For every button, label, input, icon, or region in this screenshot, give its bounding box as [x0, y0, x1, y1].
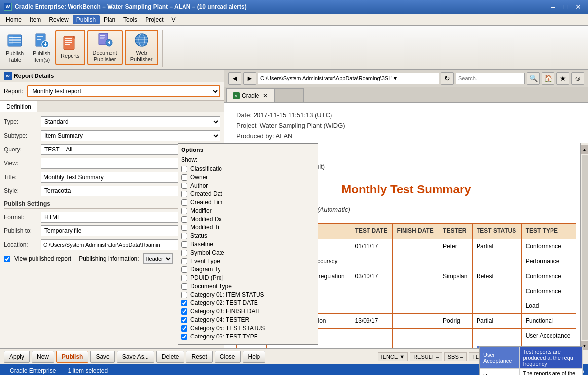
new-button[interactable]: New [32, 351, 54, 363]
options-checkbox[interactable] [181, 183, 187, 189]
smiley-icon[interactable]: ☺ [571, 72, 584, 85]
menu-tools[interactable]: Tools [119, 15, 141, 24]
forward-button[interactable]: ► [243, 72, 256, 85]
options-panel: Options Show: ClassificatioOwnerAuthorCr… [178, 143, 318, 345]
browser-tab-close[interactable]: ✕ [263, 92, 268, 99]
menu-publish[interactable]: Publish [73, 15, 100, 24]
table-header-cell: TESTER [439, 223, 473, 239]
options-label: Document Type [190, 283, 232, 290]
refresh-button[interactable]: ↻ [441, 72, 454, 85]
options-checkbox[interactable] [181, 308, 187, 315]
meta-line: Date: 2017-11-15 11:51:13 (UTC) [236, 111, 576, 121]
form-select-subtype[interactable]: Item Summary [41, 130, 220, 141]
table-cell [439, 254, 473, 269]
options-checkbox[interactable] [181, 300, 187, 306]
save-button[interactable]: Save [90, 351, 114, 363]
publish-table-button[interactable]: PublishTable [2, 31, 28, 65]
main-area: W Report Details Report: Monthly test re… [0, 70, 588, 348]
options-checkbox[interactable] [181, 233, 187, 239]
options-checkbox[interactable] [181, 166, 187, 172]
scroll-thumb[interactable] [582, 155, 588, 340]
options-item: Author [181, 182, 315, 189]
browser-search-input[interactable] [456, 73, 525, 84]
title-bar-controls[interactable]: – □ ✕ [549, 3, 584, 11]
options-checkbox[interactable] [181, 317, 187, 323]
svg-rect-22 [100, 38, 104, 39]
options-checkbox[interactable] [181, 241, 187, 248]
menu-more[interactable]: V [167, 15, 179, 24]
form-select-type[interactable]: Standard [41, 116, 220, 127]
menu-home[interactable]: Home [2, 15, 26, 24]
result-tag[interactable]: RESULT – [410, 352, 442, 361]
web-publisher-button[interactable]: WebPublisher [127, 32, 156, 63]
publish-item-button[interactable]: PublishItem(s) [29, 31, 54, 65]
table-cell [351, 254, 393, 269]
options-checkbox[interactable] [181, 191, 187, 197]
options-checkbox[interactable] [181, 208, 187, 214]
meta-line: Project: Water Sampling Plant (WIDG) [236, 121, 576, 131]
options-checkbox[interactable] [181, 266, 187, 273]
search-icon[interactable]: 🔍 [527, 72, 540, 85]
report-selector: Report: Monthly test report [0, 82, 224, 101]
view-published-checkbox[interactable] [4, 256, 10, 262]
options-label: Classificatio [190, 165, 222, 172]
minimize-button[interactable]: – [549, 3, 558, 11]
title-bar-text: Cradle Enterprise: WorkBench – Water Sam… [15, 3, 247, 10]
options-checkbox[interactable] [181, 199, 187, 206]
options-checkbox[interactable] [181, 250, 187, 256]
options-checkbox[interactable] [181, 283, 187, 290]
options-checkbox[interactable] [181, 258, 187, 264]
publishing-info-select[interactable]: Header [143, 253, 173, 264]
form-label-view: View: [4, 160, 41, 167]
menu-review[interactable]: Review [45, 15, 72, 24]
menu-project[interactable]: Project [141, 15, 167, 24]
home-icon[interactable]: 🏠 [542, 72, 554, 85]
table-cell [351, 284, 393, 299]
sbs-tag[interactable]: SBS – [444, 352, 467, 361]
options-label: Modifier [190, 207, 212, 214]
options-checkbox[interactable] [181, 216, 187, 223]
delete-button[interactable]: Delete [156, 351, 184, 363]
maximize-button[interactable]: □ [560, 3, 570, 11]
svg-rect-15 [65, 42, 72, 43]
options-checkbox[interactable] [181, 225, 187, 231]
form-row-subtype: Subtype: Item Summary [4, 130, 220, 141]
save-as-button[interactable]: Save As... [117, 351, 154, 363]
publish-item-icon [34, 33, 49, 48]
menu-plan[interactable]: Plan [100, 15, 119, 24]
browser-tab-title: Cradle [242, 92, 259, 99]
help-button[interactable]: Help [243, 351, 266, 363]
options-checkbox[interactable] [181, 334, 187, 340]
options-checkbox[interactable] [181, 174, 187, 181]
reports-button[interactable]: Reports [57, 32, 83, 63]
browser-tabs-bar: e Cradle ✕ [224, 87, 588, 103]
options-item: Diagram Ty [181, 266, 315, 273]
publish-table-icon [7, 33, 23, 48]
menu-item[interactable]: Item [26, 15, 45, 24]
options-checkbox[interactable] [181, 325, 187, 332]
document-publisher-button[interactable]: DocumentPublisher [89, 32, 121, 63]
publish-button[interactable]: Publish [56, 351, 88, 363]
reset-button[interactable]: Reset [186, 351, 212, 363]
back-button[interactable]: ◄ [228, 72, 241, 85]
tabs-bar: Definition [0, 101, 224, 112]
scroll-up[interactable]: ▲ [581, 145, 588, 154]
options-checkbox[interactable] [181, 275, 187, 281]
apply-button[interactable]: Apply [4, 351, 30, 363]
ience-tag[interactable]: IENCE ▼ [378, 352, 408, 361]
options-label: Created Dat [190, 190, 222, 197]
report-dropdown[interactable]: Monthly test report [27, 85, 220, 97]
scrollbar[interactable]: ▲ ▼ [580, 143, 588, 350]
options-item: Document Type [181, 283, 315, 290]
options-item: Category 03: FINISH DATE [181, 308, 315, 315]
tab-definition[interactable]: Definition [0, 101, 37, 112]
form-label-style: Style: [4, 188, 41, 194]
star-icon[interactable]: ★ [556, 72, 569, 85]
form-label-subtype: Subtype: [4, 132, 41, 139]
close-button[interactable]: ✕ [572, 3, 584, 11]
close-button[interactable]: Close [215, 351, 241, 363]
panel-title-text: Report Details [14, 73, 54, 79]
browser-url-input[interactable] [258, 73, 439, 84]
browser-tab-cradle[interactable]: e Cradle ✕ [226, 88, 274, 102]
options-checkbox[interactable] [181, 292, 187, 298]
